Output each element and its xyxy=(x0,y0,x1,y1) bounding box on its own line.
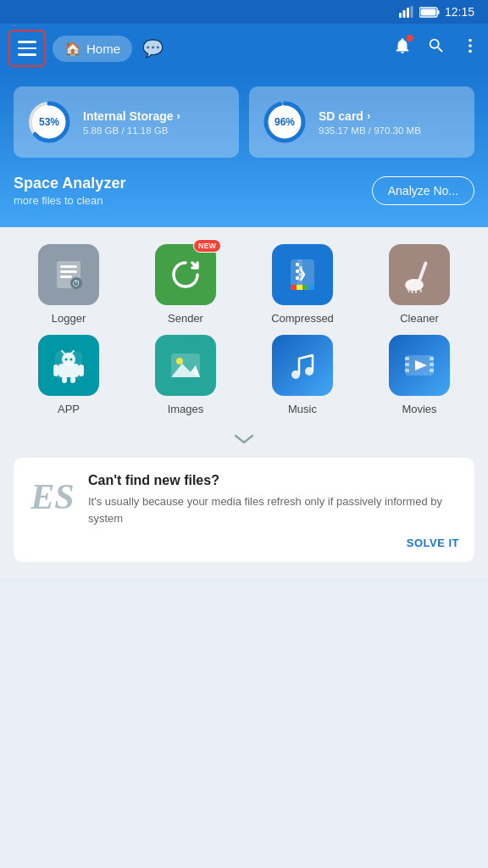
svg-rect-54 xyxy=(405,357,409,360)
new-badge: NEW xyxy=(193,239,221,253)
status-bar: 12:15 xyxy=(0,0,488,24)
sender-icon xyxy=(167,256,204,293)
internal-storage-card[interactable]: 53% Internal Storage › 5.88 GB / 11.18 G… xyxy=(14,86,239,158)
app-item-compressed[interactable]: Compressed xyxy=(247,244,358,325)
svg-rect-44 xyxy=(53,364,58,376)
svg-rect-31 xyxy=(418,261,428,281)
cleaner-icon xyxy=(401,256,438,293)
svg-rect-57 xyxy=(430,357,434,360)
info-card-body-text: It's usually because your media files re… xyxy=(88,493,459,526)
app-item-sender[interactable]: NEW Sender xyxy=(130,244,241,325)
app-item-movies[interactable]: Movies xyxy=(364,335,474,415)
solve-button[interactable]: SOLVE IT xyxy=(407,537,459,549)
blue-panel: 53% Internal Storage › 5.88 GB / 11.18 G… xyxy=(0,73,488,227)
sender-icon-wrap: NEW xyxy=(155,244,216,305)
expand-chevron[interactable] xyxy=(14,427,474,458)
header: 🏠 Home 💬 xyxy=(0,24,488,73)
music-label: Music xyxy=(288,403,317,415)
svg-point-52 xyxy=(305,367,313,376)
compressed-icon xyxy=(284,256,321,293)
app-item-app[interactable]: APP xyxy=(14,335,124,415)
info-card-action: SOLVE IT xyxy=(88,535,459,550)
sd-card-title: SD card › xyxy=(319,109,463,123)
svg-rect-3 xyxy=(410,6,413,18)
svg-rect-6 xyxy=(420,8,435,15)
svg-rect-56 xyxy=(405,369,409,372)
internal-storage-info: Internal Storage › 5.88 GB / 11.18 GB xyxy=(83,109,227,136)
app-item-logger[interactable]: ⏱ Logger xyxy=(14,244,124,325)
svg-rect-23 xyxy=(296,270,299,273)
svg-rect-29 xyxy=(302,285,308,290)
header-actions xyxy=(393,36,480,60)
chevron-down-icon xyxy=(232,432,256,446)
app-icon xyxy=(50,347,87,384)
movies-icon xyxy=(401,347,438,384)
images-icon-wrap xyxy=(155,335,216,396)
sd-card-percent: 96% xyxy=(274,116,295,128)
search-icon xyxy=(427,36,446,55)
compressed-label: Compressed xyxy=(271,312,334,325)
logger-icon-wrap: ⏱ xyxy=(38,244,99,305)
es-logo: ES xyxy=(29,473,76,520)
images-label: Images xyxy=(168,403,204,415)
notification-button[interactable] xyxy=(393,36,412,60)
svg-rect-16 xyxy=(60,270,77,273)
svg-rect-58 xyxy=(430,363,434,366)
analyze-button[interactable]: Analyze No... xyxy=(372,176,474,205)
music-icon-wrap xyxy=(272,335,333,396)
internal-arrow-icon: › xyxy=(177,109,180,122)
cleaner-label: Cleaner xyxy=(400,312,439,325)
app-item-cleaner[interactable]: Cleaner xyxy=(364,244,474,325)
search-button[interactable] xyxy=(427,36,446,60)
chat-icon: 💬 xyxy=(142,38,164,58)
sd-card-chart: 96% xyxy=(261,98,308,146)
menu-button[interactable] xyxy=(8,30,46,67)
svg-rect-22 xyxy=(296,263,299,266)
sd-arrow-icon: › xyxy=(367,109,370,122)
app-item-music[interactable]: Music xyxy=(247,335,358,415)
sd-card-card[interactable]: 96% SD card › 935.17 MB / 970.30 MB xyxy=(249,86,474,158)
space-analyzer: Space Analyzer more files to clean Analy… xyxy=(14,175,474,207)
space-analyzer-subtitle: more files to clean xyxy=(14,194,125,207)
more-button[interactable] xyxy=(461,36,480,60)
sd-card-info: SD card › 935.17 MB / 970.30 MB xyxy=(319,109,463,136)
app-item-images[interactable]: Images xyxy=(130,335,241,415)
status-icons: 12:15 xyxy=(399,5,474,19)
svg-rect-5 xyxy=(437,10,439,14)
logger-label: Logger xyxy=(52,312,86,325)
logger-icon: ⏱ xyxy=(52,258,86,292)
svg-point-49 xyxy=(176,358,183,364)
svg-rect-46 xyxy=(62,376,67,383)
svg-rect-24 xyxy=(296,276,299,280)
battery-icon xyxy=(419,7,440,18)
home-label: Home xyxy=(86,42,120,56)
info-card-body: Can't find new files? It's usually becau… xyxy=(88,473,459,550)
movies-label: Movies xyxy=(402,403,436,415)
svg-rect-1 xyxy=(402,10,405,18)
internal-storage-chart: 53% xyxy=(25,98,73,146)
svg-rect-45 xyxy=(79,364,84,376)
svg-rect-30 xyxy=(308,285,314,290)
info-card: ES Can't find new files? It's usually be… xyxy=(14,458,474,562)
movies-icon-wrap xyxy=(389,335,450,396)
svg-point-9 xyxy=(469,50,472,53)
svg-point-51 xyxy=(291,370,300,379)
cleaner-icon-wrap xyxy=(389,244,450,305)
info-card-title: Can't find new files? xyxy=(88,473,459,488)
svg-rect-47 xyxy=(70,376,75,383)
app-icon-wrap xyxy=(38,335,99,396)
home-tab[interactable]: 🏠 Home xyxy=(53,36,132,62)
svg-rect-2 xyxy=(407,8,409,18)
space-analyzer-title: Space Analyzer xyxy=(14,175,125,192)
svg-point-7 xyxy=(469,39,472,42)
svg-rect-28 xyxy=(297,285,302,290)
svg-line-36 xyxy=(420,288,421,292)
svg-rect-0 xyxy=(399,13,402,18)
svg-rect-59 xyxy=(430,369,434,372)
app-label: APP xyxy=(58,403,80,415)
notification-dot xyxy=(406,34,414,42)
sender-label: Sender xyxy=(168,312,203,325)
main-content: ⏱ Logger NEW Sender xyxy=(0,227,488,579)
svg-text:⏱: ⏱ xyxy=(72,279,80,288)
svg-rect-55 xyxy=(405,363,409,366)
